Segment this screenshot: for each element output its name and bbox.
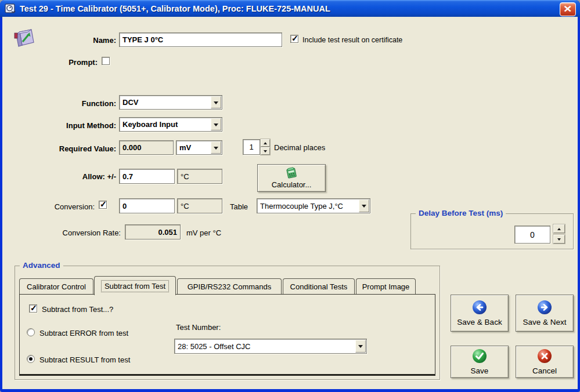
test-number-label: Test Number: — [176, 323, 221, 332]
window-icon[interactable] — [5, 3, 16, 14]
close-icon: ✕ — [563, 5, 572, 14]
conversion-unit-field: °C — [177, 198, 222, 213]
input-method-select[interactable]: Keyboard Input — [119, 117, 222, 132]
include-certificate-label: Include test result on certificate — [302, 35, 402, 45]
tab-label: Calibrator Control — [27, 282, 86, 291]
conversion-rate-label: Conversion Rate: — [35, 228, 121, 238]
tab-label: Conditional Tests — [290, 282, 348, 291]
function-dropdown-arrow[interactable] — [211, 96, 221, 108]
subtract-error-label: Subtract ERROR from test — [39, 329, 128, 338]
required-unit-select[interactable]: mV — [176, 140, 222, 155]
decimal-places-down-button[interactable] — [261, 147, 270, 155]
test-number-select[interactable]: 28: 5025 - Offset CJC — [174, 339, 367, 354]
chevron-down-icon — [214, 124, 218, 129]
subtract-result-label: Subtract RESULT from test — [39, 355, 130, 365]
save-and-back-label: Save & Back — [457, 318, 502, 326]
calculator-icon — [284, 167, 298, 179]
tab-calibrator-control[interactable]: Calibrator Control — [19, 278, 93, 294]
cancel-label: Cancel — [532, 366, 557, 375]
table-label: Table — [230, 202, 248, 212]
tab-gpib-rs232-commands[interactable]: GPIB/RS232 Commands — [177, 278, 282, 294]
delay-before-test-title: Delay Before Test (ms) — [416, 209, 506, 217]
name-input[interactable]: TYPE J 0°C — [119, 32, 282, 47]
table-dropdown-arrow[interactable] — [359, 199, 369, 212]
table-value: Thermocouple Type J,°C — [260, 202, 343, 210]
subtract-error-radio[interactable] — [27, 328, 35, 336]
allow-label: Allow: +/- — [35, 172, 116, 182]
delay-up-button[interactable] — [553, 224, 565, 233]
function-label: Function: — [35, 99, 116, 108]
chevron-down-icon — [214, 101, 218, 107]
conversion-checkbox[interactable] — [99, 201, 107, 209]
function-select[interactable]: DCV — [119, 95, 222, 110]
prompt-checkbox[interactable] — [102, 57, 110, 65]
tab-conditional-tests[interactable]: Conditional Tests — [283, 278, 355, 294]
table-select[interactable]: Thermocouple Type J,°C — [257, 198, 370, 213]
conversion-rate-field: 0.051 — [125, 224, 181, 239]
delay-down-button[interactable] — [553, 235, 565, 244]
delay-input[interactable]: 0 — [514, 226, 550, 244]
arrow-down-icon — [557, 238, 561, 242]
test-number-value: 28: 5025 - Offset CJC — [178, 342, 251, 351]
arrow-down-icon — [264, 150, 267, 154]
required-unit-dropdown-arrow[interactable] — [211, 141, 221, 154]
save-and-next-label: Save & Next — [523, 318, 566, 326]
save-and-back-button[interactable]: Save & Back — [451, 295, 509, 332]
calculator-button[interactable]: Calculator... — [257, 164, 326, 192]
prompt-label: Prompt: — [51, 58, 98, 67]
dialog-window: Test 29 - Time Calibrator (5051+, Calibr… — [0, 0, 580, 392]
allow-input[interactable]: 0.7 — [119, 169, 175, 184]
check-circle-icon — [472, 349, 487, 364]
input-method-value: Keyboard Input — [123, 120, 178, 129]
decimal-places-label: Decimal places — [274, 143, 325, 153]
conversion-label: Conversion: — [35, 202, 95, 212]
chevron-down-icon — [358, 345, 363, 350]
calculator-button-label: Calculator... — [272, 180, 312, 189]
subtract-from-test-checkbox[interactable] — [29, 304, 37, 313]
tab-label: Subtract from Test — [101, 280, 169, 292]
advanced-title: Advanced — [20, 261, 63, 270]
test-number-dropdown-arrow[interactable] — [355, 340, 366, 353]
required-value-field: 0.000 — [119, 140, 174, 155]
subtract-result-radio[interactable] — [27, 355, 35, 363]
save-button[interactable]: Save — [451, 346, 509, 378]
tab-label: Prompt Image — [362, 282, 410, 291]
input-method-dropdown-arrow[interactable] — [211, 118, 221, 130]
arrow-up-icon — [557, 226, 561, 230]
close-button[interactable]: ✕ — [560, 2, 576, 16]
titlebar: Test 29 - Time Calibrator (5051+, Calibr… — [0, 0, 580, 17]
decimal-places-up-button[interactable] — [261, 139, 270, 147]
function-value: DCV — [123, 98, 138, 107]
tab-label: GPIB/RS232 Commands — [188, 282, 272, 291]
window-title: Test 29 - Time Calibrator (5051+, Calibr… — [20, 4, 330, 13]
chevron-down-icon — [214, 147, 218, 152]
x-circle-icon — [537, 349, 552, 364]
include-certificate-checkbox[interactable] — [290, 35, 298, 43]
cancel-button[interactable]: Cancel — [516, 346, 574, 378]
name-label: Name: — [46, 36, 116, 45]
tab-prompt-image[interactable]: Prompt Image — [356, 278, 416, 294]
conversion-input[interactable]: 0 — [119, 198, 175, 213]
tab-subtract-from-test[interactable]: Subtract from Test — [94, 276, 176, 295]
save-and-next-button[interactable]: Save & Next — [516, 295, 574, 332]
arrow-left-circle-icon — [472, 300, 487, 315]
decimal-places-input[interactable]: 1 — [243, 139, 260, 155]
test-type-icon — [12, 27, 35, 49]
save-label: Save — [471, 366, 489, 375]
subtract-from-test-label: Subtract from Test...? — [42, 305, 113, 314]
input-method-label: Input Method: — [35, 121, 116, 130]
arrow-right-circle-icon — [537, 300, 552, 315]
required-unit-value: mV — [179, 143, 191, 152]
conversion-rate-unit: mV per °C — [186, 228, 221, 238]
chevron-down-icon — [362, 205, 366, 210]
required-value-label: Required Value: — [35, 144, 116, 154]
arrow-up-icon — [264, 140, 267, 144]
allow-unit-field: °C — [177, 169, 222, 184]
